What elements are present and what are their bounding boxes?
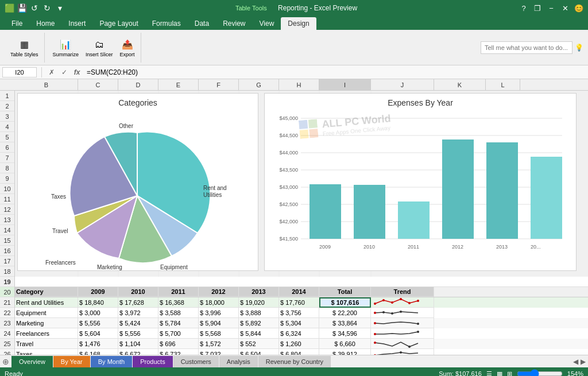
- summarize-btn[interactable]: 📊 Summarize: [51, 37, 82, 59]
- cat-equipment: Equipment: [15, 308, 78, 318]
- val-tr-total: $ 6,660: [319, 339, 371, 349]
- val-tr-2012: $ 1,572: [199, 339, 239, 349]
- row-12: 12: [0, 204, 14, 215]
- val-fr-2010: $ 5,556: [118, 328, 158, 339]
- sheet-tab-bymonth[interactable]: By Month: [91, 356, 132, 367]
- bar-2012: [442, 139, 474, 239]
- row-16: 16: [0, 246, 14, 256]
- table-row-marketing[interactable]: Marketing $ 5,556 $ 5,424 $ 5,784 $ 5,90…: [15, 318, 588, 328]
- scroll-left-icon[interactable]: ◀: [573, 358, 578, 366]
- val-rent-total[interactable]: $ 107,616: [319, 297, 371, 308]
- cell-reference-box[interactable]: [2, 67, 37, 77]
- tab-home[interactable]: Home: [29, 17, 61, 30]
- table-style-btn[interactable]: ▦ Table Styles: [8, 37, 41, 59]
- ready-label: Ready: [5, 370, 23, 376]
- row-25: 25: [0, 339, 14, 349]
- svg-point-41: [374, 312, 376, 314]
- help-icon[interactable]: ?: [519, 3, 528, 13]
- redo-icon[interactable]: ↻: [42, 3, 52, 13]
- sheet-tab-customers[interactable]: Customers: [173, 356, 219, 367]
- formula-input[interactable]: [84, 68, 586, 76]
- fx-icon[interactable]: fx: [72, 67, 82, 77]
- sheet-tab-products[interactable]: Products: [133, 356, 172, 367]
- cat-rent: Rent and Utilities: [15, 297, 78, 308]
- header-category: Category: [15, 287, 78, 297]
- table-row-travel[interactable]: Travel $ 1,476 $ 1,104 $ 696 $ 1,572 $ 5…: [15, 339, 588, 349]
- restore-icon[interactable]: ❐: [533, 3, 542, 13]
- view-normal-icon[interactable]: ☰: [486, 370, 492, 377]
- export-btn[interactable]: 📤 Export: [118, 37, 137, 59]
- val-tx-2013: $ 6,504: [239, 349, 279, 355]
- sheet-tab-overview[interactable]: Overview: [11, 356, 53, 367]
- val-tr-2010: $ 1,104: [118, 339, 158, 349]
- save-icon[interactable]: 💾: [17, 3, 26, 13]
- pie-label-travel: Travel: [52, 228, 68, 234]
- tab-page-layout[interactable]: Page Layout: [92, 17, 145, 30]
- svg-text:$44,000: $44,000: [279, 150, 298, 156]
- cat-marketing: Marketing: [15, 318, 78, 328]
- close-icon[interactable]: ✕: [560, 3, 570, 13]
- ribbon-group-tools: 📊 Summarize 🗂 Insert Slicer 📤 Export: [47, 33, 141, 63]
- row-3: 3: [0, 111, 14, 122]
- table-row-freelancers[interactable]: Freelancers $ 5,604 $ 5,556 $ 5,700 $ 5,…: [15, 328, 588, 339]
- val-rent-2012: $ 18,000: [199, 297, 239, 308]
- svg-point-52: [400, 351, 402, 354]
- tab-formulas[interactable]: Formulas: [145, 17, 188, 30]
- trend-marketing: [371, 318, 434, 328]
- val-eq-total: $ 22,200: [319, 308, 371, 318]
- tab-view[interactable]: View: [253, 17, 281, 30]
- row-10: 10: [0, 184, 14, 194]
- ribbon-search[interactable]: [481, 41, 572, 54]
- svg-point-40: [417, 300, 419, 302]
- trend-rent: [371, 297, 434, 308]
- tab-review[interactable]: Review: [216, 17, 252, 30]
- pie-label-rent: Rent and: [203, 185, 227, 191]
- val-mkt-2010: $ 5,424: [118, 318, 158, 328]
- svg-text:$42,500: $42,500: [279, 201, 298, 207]
- confirm-formula-icon[interactable]: ✓: [59, 67, 69, 77]
- svg-point-45: [374, 322, 376, 324]
- view-page-break-icon[interactable]: ⊞: [507, 370, 512, 377]
- table-tools-label: Table Tools: [231, 4, 272, 12]
- undo-icon[interactable]: ↺: [30, 3, 39, 13]
- slicer-icon: 🗂: [92, 38, 106, 52]
- col-header-j: J: [371, 79, 434, 90]
- minimize-icon[interactable]: −: [547, 3, 556, 13]
- svg-point-46: [417, 323, 419, 325]
- cancel-formula-icon[interactable]: ✗: [47, 67, 57, 77]
- sheet-tab-analysis[interactable]: Analysis: [219, 356, 258, 367]
- row-18-cells: [15, 277, 588, 287]
- sheet-body: 1 2 3 4 5 6 7 8 9 10 11 12 13 14 15 16 1…: [0, 91, 588, 355]
- sheet-tab-byyear[interactable]: By Year: [53, 356, 90, 367]
- svg-point-50: [408, 346, 411, 348]
- title-bar: 🟩 💾 ↺ ↻ ▾ Table Tools Reporting - Excel …: [0, 0, 588, 16]
- view-layout-icon[interactable]: ▦: [497, 370, 502, 377]
- val-fr-2012: $ 5,568: [199, 328, 239, 339]
- tab-data[interactable]: Data: [188, 17, 216, 30]
- col-header-f: F: [199, 79, 239, 90]
- table-row-rent[interactable]: Rent and Utilities $ 18,840 $ 17,628 $ 1…: [15, 297, 588, 308]
- val-tx-total: $ 39,912: [319, 349, 371, 355]
- add-sheet-button[interactable]: ⊕: [0, 356, 11, 367]
- svg-text:2009: 2009: [319, 244, 331, 250]
- scroll-right-icon[interactable]: ▶: [581, 358, 586, 366]
- tab-design[interactable]: Design: [281, 17, 316, 30]
- row-19: 19: [0, 277, 14, 287]
- val-rent-2010: $ 17,628: [118, 297, 158, 308]
- svg-point-48: [417, 331, 419, 333]
- trend-travel: [371, 339, 434, 349]
- sheet-tab-revenue[interactable]: Revenue by Country: [258, 356, 331, 367]
- zoom-slider[interactable]: [517, 369, 563, 376]
- tab-file[interactable]: File: [5, 17, 29, 30]
- svg-point-36: [382, 299, 385, 301]
- header-2012: 2012: [199, 287, 239, 297]
- svg-point-44: [400, 311, 402, 313]
- formula-bar: ✗ ✓ fx: [0, 65, 588, 79]
- table-row-taxes[interactable]: Taxes $ 6,168 $ 6,672 $ 6,732 $ 7,032 $ …: [15, 349, 588, 355]
- tab-insert[interactable]: Insert: [61, 17, 92, 30]
- customize-icon[interactable]: ▾: [55, 3, 64, 13]
- table-row-equipment[interactable]: Equipment $ 3,000 $ 3,972 $ 3,588 $ 3,99…: [15, 308, 588, 318]
- insert-slicer-btn[interactable]: 🗂 Insert Slicer: [83, 37, 115, 59]
- window-controls: ? ❐ − ✕ 😊: [519, 3, 583, 13]
- trend-freelancers: [371, 328, 434, 339]
